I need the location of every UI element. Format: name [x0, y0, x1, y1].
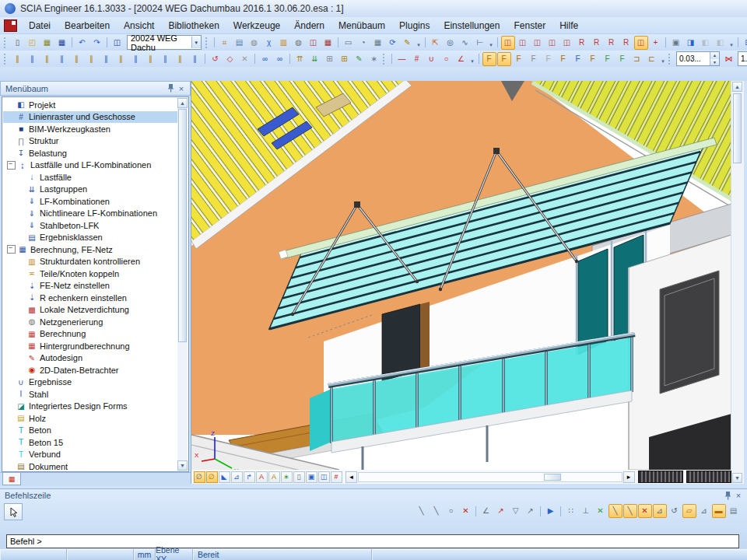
paste-special-icon[interactable]: ⊞	[742, 36, 747, 50]
dock-window-6-icon[interactable]: F	[556, 52, 570, 66]
tree-item-teile-knoten-koppeln[interactable]: ≍ Teile/Knoten koppeln	[3, 268, 177, 280]
dock-window-4-icon[interactable]: F	[527, 52, 541, 66]
snap-cross-icon[interactable]: ✕	[594, 504, 608, 518]
snap-tangent-icon[interactable]: ↺	[668, 504, 682, 518]
layer-two-icon[interactable]: ◧	[714, 36, 728, 50]
view-axes-icon[interactable]: ∥	[188, 52, 202, 66]
result-hatch-icon[interactable]: #	[410, 52, 424, 66]
redo-icon[interactable]: ↷	[90, 36, 104, 50]
paste-properties-2-icon[interactable]: ⊞	[338, 52, 352, 66]
snap-arrow-icon[interactable]: ↗	[494, 504, 508, 518]
menu-item-fenster[interactable]: Fenster	[507, 19, 552, 33]
toolbar-grip[interactable]	[383, 54, 387, 65]
print-preview-icon[interactable]: ◔	[356, 36, 370, 50]
view-load-values-icon[interactable]: ∥	[100, 52, 114, 66]
scroll-up-icon[interactable]: ▲	[177, 98, 188, 108]
project-select[interactable]: 20024 WEG Dachu ▼	[127, 35, 202, 50]
select-lasso-icon[interactable]: ↺	[209, 52, 223, 66]
tree-item-netzgenerierung[interactable]: ◍ Netzgenerierung	[3, 316, 177, 328]
tree-item-stahl[interactable]: I Stahl	[3, 388, 177, 401]
tree-expander-icon[interactable]	[6, 124, 15, 133]
tree-expander-icon[interactable]	[6, 426, 15, 435]
tree-item-fe-netz-einstellen[interactable]: ⇣ FE-Netz einstellen	[3, 280, 177, 292]
tree-item-holz[interactable]: ▤ Holz	[3, 412, 177, 425]
tree-expander-icon[interactable]	[17, 257, 26, 266]
close-icon[interactable]: ×	[733, 490, 744, 501]
viewport-vscroll-thumb[interactable]	[733, 93, 742, 163]
view-window-2-icon[interactable]: ◫	[318, 471, 330, 483]
dock-window-1-icon[interactable]: F	[482, 52, 496, 66]
undo-icon[interactable]: ↶	[75, 36, 89, 50]
view-flag-icon[interactable]: ↱	[244, 471, 255, 483]
copy-properties-down-icon[interactable]: ⇊	[308, 52, 322, 66]
cursor-snap-icon[interactable]: ▶	[544, 504, 558, 518]
toolbar-grip[interactable]	[668, 54, 672, 65]
dock-window-5-icon[interactable]: F	[542, 52, 556, 66]
snap-arc-icon[interactable]: ⊿	[697, 504, 711, 518]
results-refresh-icon[interactable]: R	[590, 36, 604, 50]
properties-brush-icon[interactable]: ✎	[352, 52, 366, 66]
toolbar-grip[interactable]	[205, 37, 209, 48]
tree-item-linienraster-und-geschosse[interactable]: # Linienraster und Geschosse	[3, 111, 177, 124]
view-nodes-icon[interactable]: ∥	[55, 52, 69, 66]
tree-item-r-echenkern-einstellen[interactable]: ⇣ R echenkern einstellen	[3, 292, 177, 304]
dock-window-10-icon[interactable]: F	[615, 52, 630, 66]
toolbar-overflow-icon[interactable]: ▾	[659, 52, 667, 66]
chart-window-icon[interactable]: ∿	[458, 36, 472, 50]
tree-expander-icon[interactable]	[17, 173, 26, 181]
section-view-icon[interactable]: ▯	[293, 471, 305, 483]
tree-expander-icon[interactable]	[17, 330, 26, 338]
labels-abc-icon[interactable]: A	[256, 471, 268, 483]
scroll-right-icon[interactable]: ▸	[623, 471, 635, 483]
scroll-down-icon[interactable]: ▼	[732, 473, 742, 483]
tree-item-integriertes-design-forms[interactable]: ◪ Integriertes Design Forms	[3, 401, 177, 413]
menu-item-datei[interactable]: Datei	[22, 19, 58, 33]
pin-icon[interactable]	[165, 83, 176, 94]
result-circle-icon[interactable]: ○	[440, 52, 454, 66]
tree-expander-icon[interactable]	[17, 197, 26, 205]
scale-spinner[interactable]: 0.03... ▲▼	[676, 51, 720, 66]
snap-delete-icon[interactable]: ✕	[459, 504, 473, 518]
scroll-down-icon[interactable]: ▼	[177, 460, 188, 471]
menu-item-einstellungen[interactable]: Einstellungen	[437, 19, 507, 33]
close-icon[interactable]: ×	[176, 83, 187, 94]
view-supports-icon[interactable]: ∥	[114, 52, 128, 66]
result-u-icon[interactable]: ∪	[425, 52, 439, 66]
tree-item-bim-werkzeugkasten[interactable]: ■ BIM-Werkzeugkasten	[3, 123, 177, 135]
tree-expander-icon[interactable]	[6, 390, 15, 398]
coordinate-setup-icon[interactable]: χ	[262, 36, 276, 50]
save-picture-icon[interactable]: ▣	[669, 36, 683, 50]
dock-window-3-icon[interactable]: F	[512, 52, 526, 66]
snap-table-icon[interactable]: ▤	[727, 504, 741, 518]
menu-item-ndern[interactable]: Ändern	[287, 19, 331, 33]
snap-length-icon[interactable]: ▬	[712, 504, 726, 518]
clip-plane-2-icon[interactable]: ∅	[206, 471, 218, 483]
snap-line-icon[interactable]: ╲	[415, 504, 429, 518]
tree-expander-icon[interactable]	[17, 269, 26, 278]
tree-expander-icon[interactable]	[17, 185, 26, 194]
snap-midpoint-icon[interactable]: ╲	[623, 504, 637, 518]
tree-item-lastf-lle-und-lf-kombinationen[interactable]: ↨ Lastfälle und LF-Kombinationen	[3, 159, 177, 172]
select-other-icon[interactable]: ◫	[560, 36, 574, 50]
view-labels-icon[interactable]: ∥	[174, 52, 188, 66]
axonometry-icon[interactable]: ◣	[219, 471, 230, 483]
tree-item-dokument[interactable]: ▤ Dokument	[3, 460, 177, 472]
viewport-canvas[interactable]: Z Y X	[191, 81, 731, 470]
tree-item-autodesign[interactable]: ✎ Autodesign	[3, 352, 177, 365]
tree-expander-icon[interactable]	[17, 282, 26, 290]
snap-intersection-icon[interactable]: ✕	[638, 504, 652, 518]
viewport-vscrollbar[interactable]: ▲ ▼	[731, 81, 744, 484]
view-loads-icon[interactable]: ∥	[85, 52, 99, 66]
concrete-setup-icon[interactable]: ◍	[247, 36, 261, 50]
view-rendering-icon[interactable]: ∥	[40, 52, 54, 66]
scroll-up-icon[interactable]: ▲	[732, 82, 742, 92]
table-window-icon[interactable]: ▦	[321, 36, 335, 50]
grid-view-icon[interactable]: #	[331, 471, 342, 483]
results-normal-icon[interactable]: R	[575, 36, 589, 50]
tree-item-ergebnisse[interactable]: ∪ Ergebnisse	[3, 376, 177, 389]
tree-item-lastf-lle[interactable]: ↓ Lastfälle	[3, 171, 177, 184]
dock-window-2-icon[interactable]: F	[497, 52, 511, 66]
menu-item-werkzeuge[interactable]: Werkzeuge	[226, 19, 287, 33]
dock-window-8-icon[interactable]: F	[586, 52, 600, 66]
menutree-tab[interactable]: ▦	[2, 473, 21, 485]
